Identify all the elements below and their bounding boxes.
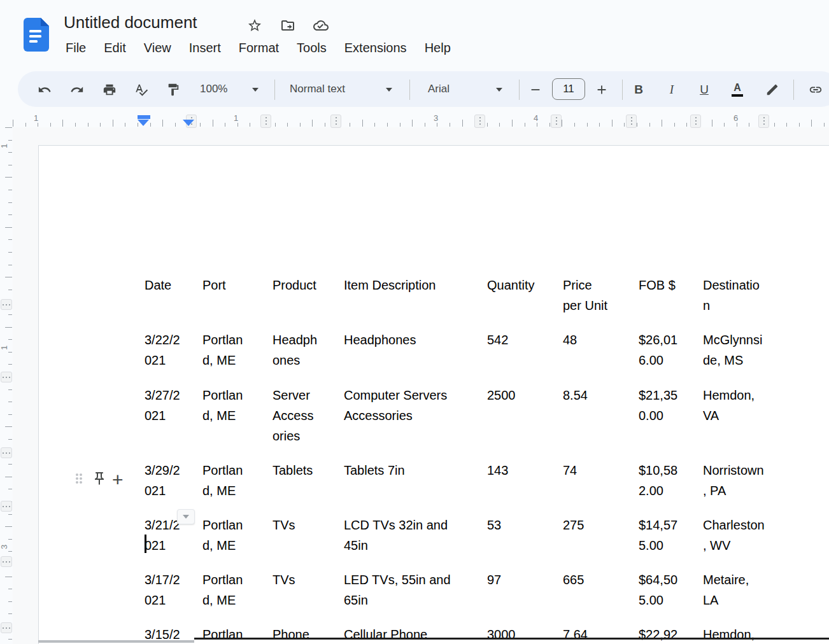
table-row-1-cell[interactable]: 3/22/2 021 — [145, 330, 199, 370]
table-row-6-cell[interactable]: Portlan — [202, 624, 261, 644]
table-row-2-cell[interactable]: Computer Servers Accessories — [344, 385, 479, 426]
table-indent-marker[interactable] — [183, 120, 194, 126]
document-title[interactable]: Untitled document — [64, 13, 197, 32]
table-row-6-cell[interactable]: Hemdon, — [703, 624, 786, 644]
table-header-cell[interactable]: FOB $ — [639, 275, 693, 295]
table-row-2-cell[interactable]: 3/27/2 021 — [145, 385, 199, 426]
menu-insert[interactable]: Insert — [180, 38, 230, 58]
move-to-folder-icon[interactable] — [279, 17, 297, 34]
table-row-1-cell[interactable]: Portlan d, ME — [202, 330, 261, 370]
column-boundary-marker[interactable] — [474, 115, 485, 128]
table-row-5-cell[interactable]: TVs — [273, 570, 336, 590]
table-row-5-cell[interactable]: $64,50 5.00 — [639, 570, 693, 610]
row-boundary-marker[interactable] — [1, 372, 12, 382]
table-row-4-cell[interactable]: $14,57 5.00 — [639, 515, 693, 556]
table-header-cell[interactable]: Product — [273, 275, 336, 295]
table-header-cell[interactable]: Quantity — [487, 275, 551, 295]
table-row-2-cell[interactable]: $21,35 0.00 — [639, 385, 693, 426]
horizontal-ruler[interactable] — [13, 113, 829, 127]
table-row-5-cell[interactable]: 665 — [563, 570, 627, 590]
column-boundary-marker[interactable] — [260, 115, 271, 128]
table-row-3-cell[interactable]: $10,58 2.00 — [639, 460, 693, 501]
highlight-color-button[interactable] — [760, 77, 785, 102]
table-row-2-cell[interactable]: Portlan d, ME — [202, 385, 261, 426]
table-row-3-cell[interactable]: Norristown , PA — [703, 460, 786, 501]
zoom-select[interactable]: 100% — [200, 83, 227, 95]
table-row-6-cell[interactable]: 7.64 — [563, 624, 627, 644]
underline-button[interactable]: U — [691, 77, 717, 102]
table-header-cell[interactable]: Port — [202, 275, 261, 295]
table-row-5-cell[interactable]: Portlan d, ME — [202, 570, 261, 610]
add-row-button[interactable]: + — [112, 472, 124, 488]
google-docs-logo-icon[interactable] — [24, 18, 49, 52]
table-row-4-cell[interactable]: Charleston , WV — [703, 515, 786, 556]
table-row-3-cell[interactable]: 3/29/2 021 — [145, 460, 199, 501]
menu-help[interactable]: Help — [416, 38, 460, 58]
table-row-3-cell[interactable]: 143 — [487, 460, 551, 480]
column-boundary-marker[interactable] — [758, 115, 769, 128]
menu-extensions[interactable]: Extensions — [336, 38, 416, 58]
font-family-select[interactable]: Arial — [428, 83, 450, 95]
zoom-dropdown-arrow-icon[interactable] — [252, 88, 259, 92]
table-row-4-cell[interactable]: TVs — [273, 515, 336, 535]
table-header-cell[interactable]: Price per Unit — [563, 275, 627, 316]
table-row-3-cell[interactable]: 74 — [563, 460, 627, 480]
row-boundary-marker[interactable] — [1, 556, 12, 567]
italic-button[interactable]: I — [659, 77, 684, 102]
table-row-1-cell[interactable]: 542 — [487, 330, 551, 350]
table-row-5-cell[interactable]: 97 — [487, 570, 551, 590]
table-row-5-cell[interactable]: Metaire, LA — [703, 570, 786, 610]
table-row-5-cell[interactable]: 3/17/2 021 — [145, 570, 199, 610]
menu-file[interactable]: File — [64, 38, 95, 58]
table-row-4-cell[interactable]: 275 — [563, 515, 627, 535]
column-boundary-marker[interactable] — [626, 115, 637, 128]
cloud-saved-icon[interactable] — [312, 17, 330, 34]
table-row-4-cell[interactable]: LCD TVs 32in and 45in — [344, 515, 479, 556]
menu-format[interactable]: Format — [230, 38, 288, 58]
table-row-2-cell[interactable]: 8.54 — [563, 385, 627, 405]
table-row-4-cell[interactable]: 53 — [487, 515, 551, 535]
table-row-2-cell[interactable]: Server Access ories — [273, 385, 336, 446]
star-icon[interactable] — [246, 17, 264, 34]
table-row-1-cell[interactable]: $26,01 6.00 — [639, 330, 693, 370]
table-row-3-cell[interactable]: Tablets 7in — [344, 460, 479, 480]
spellcheck-button[interactable] — [129, 77, 154, 102]
table-row-2-cell[interactable]: 2500 — [487, 385, 551, 405]
pin-header-row-icon[interactable] — [92, 470, 107, 489]
redo-button[interactable] — [64, 77, 90, 102]
row-boundary-marker[interactable] — [1, 299, 12, 310]
table-header-cell[interactable]: Item Description — [344, 275, 479, 295]
row-boundary-marker[interactable] — [1, 501, 12, 512]
table-row-1-cell[interactable]: 48 — [563, 330, 627, 350]
table-row-6-cell[interactable]: 3000 — [487, 624, 551, 644]
menu-tools[interactable]: Tools — [288, 38, 336, 58]
table-row-3-cell[interactable]: Tablets — [273, 460, 336, 480]
table-header-cell[interactable]: Date — [145, 275, 199, 295]
bold-button[interactable]: B — [626, 77, 651, 102]
table-row-6-cell[interactable]: Phone — [273, 624, 336, 644]
column-boundary-marker[interactable] — [551, 115, 562, 128]
menu-edit[interactable]: Edit — [95, 38, 134, 58]
paragraph-style-select[interactable]: Normal text — [290, 83, 345, 95]
table-row-2-cell[interactable]: Hemdon, VA — [703, 385, 786, 426]
first-line-indent-marker[interactable] — [138, 115, 150, 119]
row-boundary-marker[interactable] — [1, 447, 12, 458]
paint-format-button[interactable] — [160, 77, 186, 102]
text-color-button[interactable]: A — [725, 77, 750, 102]
font-dropdown-arrow-icon[interactable] — [496, 88, 502, 92]
print-button[interactable] — [97, 77, 122, 102]
table-row-1-cell[interactable]: McGlynnsi de, MS — [703, 330, 786, 370]
column-boundary-marker[interactable] — [690, 115, 701, 128]
left-indent-marker[interactable] — [138, 120, 149, 126]
style-dropdown-arrow-icon[interactable] — [386, 88, 392, 92]
row-drag-handle-icon[interactable] — [71, 470, 87, 490]
column-boundary-marker[interactable] — [330, 115, 341, 128]
insert-link-button[interactable] — [803, 77, 828, 102]
table-row-1-cell[interactable]: Headph ones — [273, 330, 336, 370]
font-size-input[interactable]: 11 — [552, 78, 585, 100]
table-row-1-cell[interactable]: Headphones — [344, 330, 479, 350]
increase-font-size-button[interactable] — [589, 77, 614, 102]
decrease-font-size-button[interactable] — [523, 77, 548, 102]
row-boundary-marker[interactable] — [1, 622, 12, 633]
table-row-6-cell[interactable]: Cellular Phone — [344, 624, 479, 644]
